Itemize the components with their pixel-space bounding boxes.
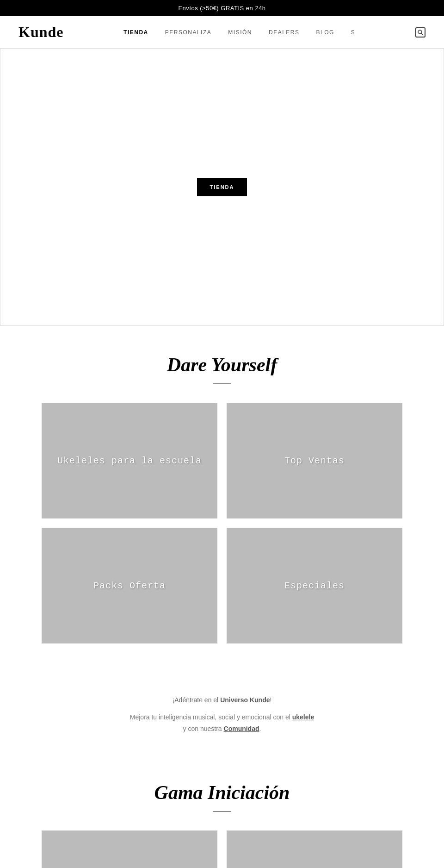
- ukelele-highlight: ukelele: [292, 713, 314, 721]
- gama-iniciacion-title: Gama Iniciación: [18, 781, 426, 804]
- svg-line-1: [421, 33, 423, 35]
- nav-icons: [415, 27, 426, 37]
- category-card-especiales[interactable]: Especiales: [227, 528, 402, 643]
- category-card-ukeleles[interactable]: Ukeleles para la escuela: [42, 403, 217, 518]
- nav: TIENDA PERSONALIZA MISIÓN DEALERS BLOG S: [123, 29, 355, 36]
- header: Kunde TIENDA PERSONALIZA MISIÓN DEALERS …: [0, 16, 444, 48]
- svg-point-0: [418, 30, 422, 34]
- product-card-mercury[interactable]: Mercury: [227, 831, 402, 868]
- category-card-label: Especiales: [284, 581, 345, 591]
- category-card-label: Packs Oferta: [93, 581, 166, 591]
- category-card-label: Top Ventas: [284, 456, 345, 466]
- universe-section: ¡Adéntrate en el Universo Kunde! Mejora …: [0, 685, 444, 758]
- announcement-text: Envíos (>50€) GRATIS en 24h: [178, 5, 265, 12]
- universe-intro: ¡Adéntrate en el Universo Kunde!: [18, 694, 426, 706]
- category-card-grid: Ukeleles para la escuela Top Ventas Pack…: [42, 403, 402, 643]
- product-card-pluto[interactable]: Pluto: [42, 831, 217, 868]
- dare-yourself-section: Dare Yourself Ukeleles para la escuela T…: [0, 326, 444, 685]
- universe-highlight: Universo Kunde: [220, 696, 270, 704]
- nav-item-blog[interactable]: BLOG: [316, 29, 334, 36]
- nav-item-mision[interactable]: MISIÓN: [228, 29, 252, 36]
- dare-divider: [213, 383, 231, 384]
- nav-item-dealers[interactable]: DEALERS: [269, 29, 300, 36]
- search-icon[interactable]: [415, 27, 426, 37]
- nav-item-s[interactable]: S: [351, 29, 356, 36]
- logo[interactable]: Kunde: [18, 24, 63, 41]
- gama-divider: [213, 811, 231, 812]
- category-card-label: Ukeleles para la escuela: [57, 456, 202, 466]
- universe-body: Mejora tu inteligencia musical, social y…: [18, 712, 426, 735]
- announcement-bar: Envíos (>50€) GRATIS en 24h: [0, 0, 444, 16]
- nav-item-tienda[interactable]: TIENDA: [123, 29, 148, 36]
- category-card-packs-oferta[interactable]: Packs Oferta: [42, 528, 217, 643]
- hero-section: TIENDA: [0, 48, 444, 326]
- comunidad-highlight: Comunidad: [224, 725, 259, 732]
- hero-cta-button[interactable]: TIENDA: [197, 178, 247, 196]
- nav-item-personaliza[interactable]: PERSONALIZA: [165, 29, 212, 36]
- dare-yourself-title: Dare Yourself: [18, 354, 426, 376]
- product-card-grid: Pluto Mercury: [42, 831, 402, 868]
- gama-iniciacion-section: Gama Iniciación Pluto Mercury: [0, 758, 444, 868]
- category-card-top-ventas[interactable]: Top Ventas: [227, 403, 402, 518]
